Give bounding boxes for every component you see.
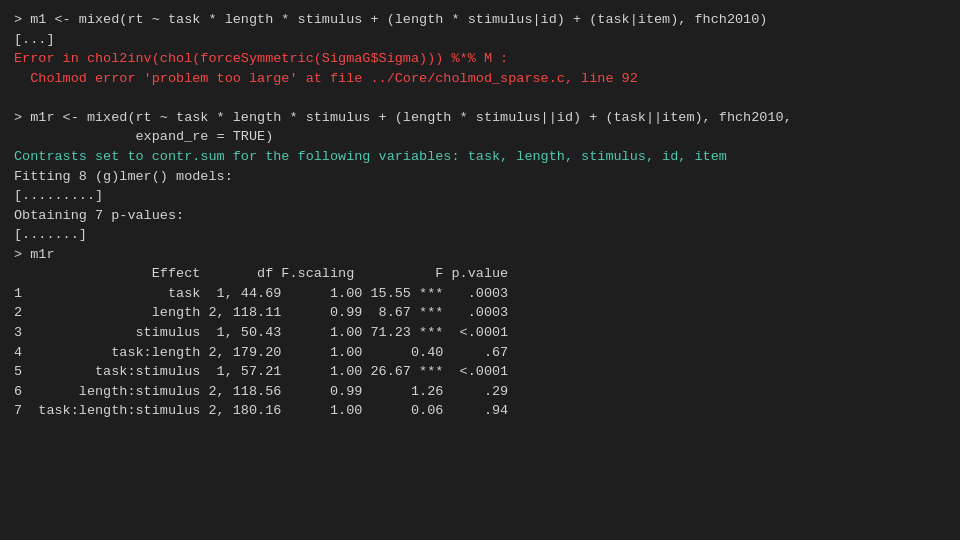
terminal-line: Fitting 8 (g)lmer() models: <box>14 169 233 184</box>
terminal-window: > m1 <- mixed(rt ~ task * length * stimu… <box>0 0 960 540</box>
terminal-line: > m1r <box>14 247 55 262</box>
terminal-line: 1 task 1, 44.69 1.00 15.55 *** .0003 <box>14 286 508 301</box>
terminal-line: Cholmod error 'problem too large' at fil… <box>14 71 638 86</box>
terminal-line: 2 length 2, 118.11 0.99 8.67 *** .0003 <box>14 305 508 320</box>
terminal-line: [.........] <box>14 188 103 203</box>
terminal-line: expand_re = TRUE) <box>14 129 273 144</box>
terminal-line: > m1 <- mixed(rt ~ task * length * stimu… <box>14 12 767 27</box>
terminal-line: Obtaining 7 p-values: <box>14 208 184 223</box>
terminal-line: Effect df F.scaling F p.value <box>14 266 508 281</box>
terminal-line: 7 task:length:stimulus 2, 180.16 1.00 0.… <box>14 403 508 418</box>
terminal-line: 3 stimulus 1, 50.43 1.00 71.23 *** <.000… <box>14 325 508 340</box>
terminal-line: [...] <box>14 32 55 47</box>
terminal-line: Error in chol2inv(chol(forceSymmetric(Si… <box>14 51 508 66</box>
terminal-line: Contrasts set to contr.sum for the follo… <box>14 149 727 164</box>
terminal-line: 4 task:length 2, 179.20 1.00 0.40 .67 <box>14 345 508 360</box>
terminal-line: > m1r <- mixed(rt ~ task * length * stim… <box>14 110 792 125</box>
terminal-line: [.......] <box>14 227 87 242</box>
terminal-line: 5 task:stimulus 1, 57.21 1.00 26.67 *** … <box>14 364 508 379</box>
terminal-line: 6 length:stimulus 2, 118.56 0.99 1.26 .2… <box>14 384 508 399</box>
